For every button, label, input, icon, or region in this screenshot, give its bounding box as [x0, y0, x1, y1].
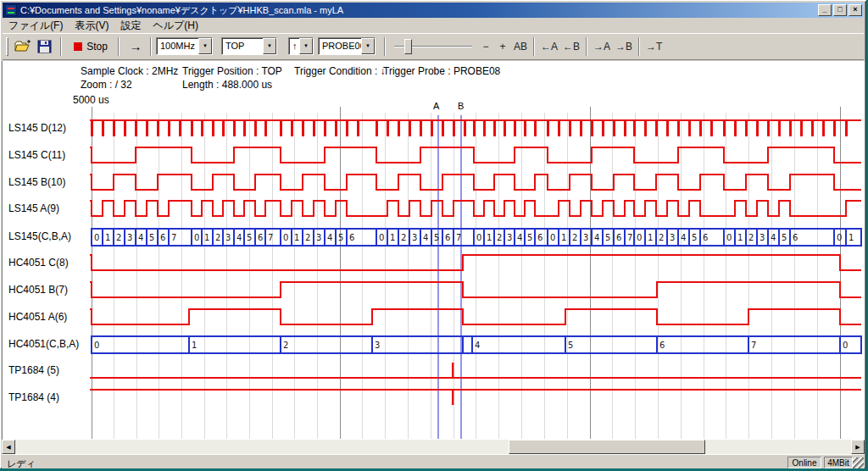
status-bar: レディ Online 4MBit [2, 454, 865, 468]
chevron-down-icon[interactable]: ▼ [361, 38, 375, 54]
svg-text:6: 6 [445, 233, 450, 242]
svg-text:6: 6 [537, 233, 542, 242]
svg-text:3: 3 [316, 233, 321, 242]
toolbar-separator [150, 37, 152, 56]
svg-text:0: 0 [379, 233, 384, 242]
toolbar-separator [60, 37, 62, 56]
zoom-slider-thumb[interactable] [404, 39, 412, 54]
svg-text:5: 5 [782, 233, 787, 242]
svg-text:5: 5 [149, 233, 154, 242]
menu-item-0[interactable]: ファイル(F) [3, 18, 69, 34]
svg-text:4: 4 [138, 233, 143, 242]
zoom-control-→A[interactable]: →A [591, 37, 613, 56]
svg-text:7: 7 [171, 233, 176, 242]
zoom-control-←B[interactable]: ←B [560, 37, 582, 56]
svg-text:2: 2 [401, 233, 406, 242]
zoom-control-AB[interactable]: AB [511, 37, 530, 56]
svg-text:1: 1 [561, 233, 566, 242]
scrollbar-thumb[interactable] [509, 440, 705, 454]
svg-text:3: 3 [583, 233, 588, 242]
svg-text:2: 2 [305, 233, 310, 242]
svg-text:0: 0 [94, 341, 99, 350]
minimize-button[interactable]: _ [818, 4, 832, 16]
toolbar-separator [533, 37, 535, 56]
close-button[interactable]: × [849, 4, 862, 16]
zoom-control-←A[interactable]: ←A [538, 37, 560, 56]
maximize-button[interactable]: □ [833, 4, 847, 16]
menu-item-3[interactable]: ヘルプ(H) [147, 18, 204, 34]
stop-button[interactable]: Stop [67, 36, 114, 56]
chevron-down-icon[interactable]: ▼ [299, 38, 313, 54]
svg-text:2: 2 [497, 233, 502, 242]
svg-text:1: 1 [192, 341, 197, 350]
svg-text:5: 5 [247, 233, 252, 242]
resize-grip-icon[interactable] [853, 457, 864, 468]
svg-text:7: 7 [627, 233, 632, 242]
single-run-button[interactable]: → [123, 36, 148, 56]
menu-item-1[interactable]: 表示(V) [69, 18, 114, 34]
svg-text:6: 6 [659, 341, 665, 350]
svg-text:3: 3 [127, 233, 132, 242]
open-file-button[interactable] [13, 36, 33, 56]
svg-text:4: 4 [423, 233, 428, 242]
svg-text:0: 0 [837, 233, 842, 242]
scroll-left-button[interactable]: ◀ [2, 440, 15, 454]
toolbar-separator [384, 37, 386, 56]
save-button[interactable] [35, 36, 55, 56]
svg-text:2: 2 [215, 233, 220, 242]
zoom-control-→T[interactable]: →T [643, 37, 665, 56]
svg-text:7: 7 [268, 233, 273, 242]
svg-text:4: 4 [594, 233, 599, 242]
chevron-down-icon[interactable]: ▼ [198, 38, 212, 54]
svg-text:3: 3 [225, 233, 231, 242]
zoom-control-→B[interactable]: →B [613, 37, 635, 56]
toolbar: Stop → 100MHz ▼ TOP ▼ ↑ ▼ PROBE00 ▼ −+AB… [3, 33, 864, 60]
svg-text:4: 4 [771, 233, 776, 242]
svg-text:1: 1 [390, 233, 395, 242]
chevron-down-icon[interactable]: ▼ [263, 38, 276, 54]
svg-text:2: 2 [572, 233, 577, 242]
horizontal-scrollbar: ◀ ▶ [2, 440, 865, 454]
zoom-control-−[interactable]: − [477, 37, 494, 56]
toolbar-grip[interactable] [6, 37, 8, 56]
svg-text:1: 1 [105, 233, 110, 242]
toolbar-separator [638, 37, 640, 56]
svg-text:2: 2 [748, 233, 754, 242]
toolbar-separator [586, 37, 587, 56]
trigger-position-select[interactable]: TOP ▼ [221, 37, 277, 55]
waveform-plot[interactable]: 0123456701234567012345601234567012345601… [3, 61, 865, 440]
trigger-position-value: TOP [222, 38, 263, 54]
svg-text:0: 0 [726, 233, 732, 242]
svg-text:4: 4 [327, 233, 332, 242]
svg-text:0: 0 [476, 233, 481, 242]
svg-text:4: 4 [517, 233, 522, 242]
stop-square-icon [74, 42, 82, 51]
app-icon[interactable] [5, 4, 17, 16]
open-folder-icon [14, 40, 31, 53]
titlebar: C:¥Documents and Settings¥noname¥デスクトップ¥… [3, 3, 864, 18]
zoom-control-+[interactable]: + [494, 37, 511, 56]
svg-text:6: 6 [160, 233, 165, 242]
status-online-badge: Online [787, 457, 821, 468]
svg-text:3: 3 [760, 233, 765, 242]
svg-text:6: 6 [616, 233, 621, 242]
svg-text:0: 0 [637, 233, 642, 242]
svg-text:4: 4 [681, 233, 686, 242]
svg-text:5: 5 [568, 341, 573, 350]
probe-select[interactable]: PROBE00 ▼ [318, 37, 376, 55]
svg-text:5: 5 [692, 233, 697, 242]
zoom-slider [392, 37, 474, 56]
trigger-edge-value: ↑ [289, 38, 299, 54]
svg-text:3: 3 [375, 341, 380, 350]
window-controls: _□× [818, 4, 862, 16]
floppy-disk-icon [36, 40, 53, 53]
menu-item-2[interactable]: 設定 [114, 18, 147, 34]
scroll-right-button[interactable]: ▶ [851, 440, 865, 454]
trigger-edge-select[interactable]: ↑ ▼ [288, 37, 314, 55]
sample-rate-select[interactable]: 100MHz ▼ [156, 37, 213, 55]
svg-text:2: 2 [116, 233, 121, 242]
svg-text:1: 1 [487, 233, 492, 242]
right-arrow-icon: → [130, 39, 142, 53]
svg-text:6: 6 [793, 233, 798, 242]
svg-text:1: 1 [204, 233, 209, 242]
